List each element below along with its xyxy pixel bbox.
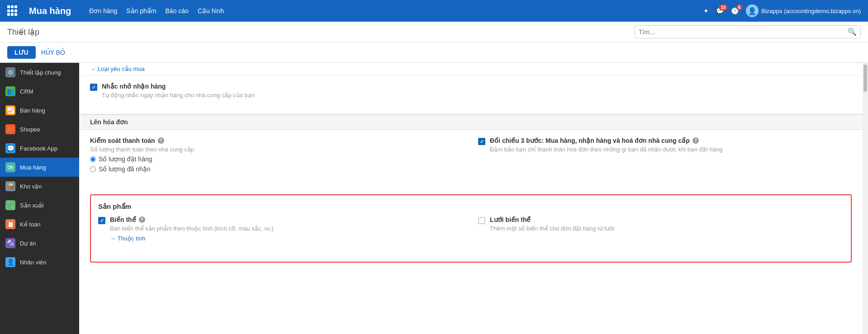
messages-btn[interactable]: 🕐 6 [731,7,739,14]
sidebar-label-thiet-lap-chung: Thiết lập chung [20,69,61,76]
doi-chieu-item: Đối chiếu 3 bước: Mua hàng, nhận hàng và… [478,137,852,173]
actionbar: LƯU HỦY BỎ [0,42,868,63]
sidebar-item-thiet-lap-chung[interactable]: ⚙ Thiết lập chung [0,63,79,82]
subheader: Thiết lập 🔍 [0,22,868,42]
content-area: Loại yêu cầu mua Nhắc nhở nhận hàng Tự đ… [79,63,863,334]
topbar-right: ✦ 💬 10 🕐 6 👤 Bizapps (accountingdemo.biz… [703,5,861,17]
crm-icon: 👥 [5,86,15,96]
kiem-soat-desc: Số lượng thanh toán theo nhà cung cấp [90,146,464,153]
kiem-soat-doi-chieu-row: Kiểm soát thanh toán ? Số lượng thanh to… [90,137,852,173]
cancel-button[interactable]: HỦY BỎ [41,49,65,56]
nhac-nho-section: Nhắc nhở nhận hàng Tự động nhắc ngày nhậ… [79,75,863,114]
radio-so-luong-da-nhan[interactable]: Số lượng đã nhận [90,165,464,173]
sidebar-label-shopee: Shopee [20,126,40,133]
sidebar-label-san-xuat: Sản xuất [20,202,44,209]
shopee-icon: 🛒 [5,124,15,134]
bien-the-item: Biến thể ? Bán biến thể sản phẩm theo th… [98,216,464,247]
ke-toan-icon: 📋 [5,219,15,229]
ban-hang-icon: 📈 [5,105,15,115]
top-link-bar: Loại yêu cầu mua [79,63,863,75]
user-avatar: 👤 [746,5,759,17]
sidebar-item-nhan-vien[interactable]: 👤 Nhân viên [0,253,79,272]
radio-so-luong-da-nhan-input[interactable] [90,166,96,172]
facebook-app-icon: 💬 [5,143,15,153]
bien-the-info-icon[interactable]: ? [139,216,145,223]
search-icon[interactable]: 🔍 [848,28,857,36]
nav-bao-cao[interactable]: Báo cáo [166,7,189,14]
radio-so-luong-dat-hang[interactable]: Số lượng đặt hàng [90,155,464,163]
luoi-bien-the-content: Lưới biến thể Thêm một số biến thể cho đ… [490,216,614,235]
sidebar-label-mua-hang: Mua hàng [20,164,46,171]
topbar: Mua hàng Đơn hàng Sản phẩm Báo cáo Cấu h… [0,0,868,22]
luoi-bien-the-item: Lưới biến thể Thêm một số biến thể cho đ… [478,216,844,247]
san-pham-section-box: Sản phẩm Biến thể ? Bán biến thể sản phẩ… [90,194,852,263]
star-icon-btn[interactable]: ✦ [703,7,709,14]
len-hoa-don-header: Lên hóa đơn [79,114,863,130]
sidebar-item-san-xuat[interactable]: 🔧 Sản xuất [0,196,79,215]
nav-don-hang[interactable]: Đơn hàng [89,7,117,14]
doi-chieu-label: Đối chiếu 3 bước: Mua hàng, nhận hàng và… [490,137,722,144]
kho-van-icon: 📦 [5,181,15,191]
sidebar-item-facebook-app[interactable]: 💬 Facebook App [0,139,79,158]
doi-chieu-desc: Đảm bảo bạn chỉ thanh toán hóa đơn theo … [490,146,722,153]
bien-the-row: Biến thể ? Bán biến thể sản phẩm theo th… [98,216,464,242]
doi-chieu-content: Đối chiếu 3 bước: Mua hàng, nhận hàng và… [490,137,722,155]
sidebar-item-kho-van[interactable]: 📦 Kho vận [0,177,79,196]
nhan-vien-icon: 👤 [5,257,15,267]
sidebar-label-facebook-app: Facebook App [20,145,57,152]
doi-chieu-checkbox[interactable] [478,138,485,145]
nhac-nho-row: Nhắc nhở nhận hàng Tự động nhắc ngày nhậ… [90,83,852,101]
san-xuat-icon: 🔧 [5,200,15,210]
luoi-bien-the-checkbox[interactable] [478,217,485,224]
kiem-soat-label: Kiểm soát thanh toán ? [90,137,464,144]
sidebar-label-kho-van: Kho vận [20,183,42,190]
sidebar-label-crm: CRM [20,88,33,95]
radio-so-luong-dat-hang-input[interactable] [90,156,96,162]
bien-the-content: Biến thể ? Bán biến thể sản phẩm theo th… [110,216,273,242]
nav-cau-hinh[interactable]: Cấu hình [198,7,224,14]
sidebar-item-crm[interactable]: 👥 CRM [0,82,79,101]
sidebar-item-shopee[interactable]: 🛒 Shopee [0,120,79,139]
main-layout: ⚙ Thiết lập chung 👥 CRM 📈 Bán hàng 🛒 Sho… [0,63,868,334]
san-pham-title: Sản phẩm [98,202,844,211]
app-title: Mua hàng [29,6,71,16]
notifications-btn[interactable]: 💬 10 [716,7,724,14]
search-input[interactable] [639,28,848,36]
thiet-lap-chung-icon: ⚙ [5,67,15,77]
luoi-bien-the-label: Lưới biến thể [490,216,614,223]
bien-the-luoi-row: Biến thể ? Bán biến thể sản phẩm theo th… [98,216,844,247]
page-title: Thiết lập [7,27,627,37]
nav-san-pham[interactable]: Sản phẩm [126,7,156,14]
sidebar-label-ban-hang: Bán hàng [20,107,45,114]
thuoc-tinh-link[interactable]: Thuộc tính [110,235,146,242]
bien-the-checkbox[interactable] [98,217,105,224]
sidebar-item-ban-hang[interactable]: 📈 Bán hàng [0,101,79,120]
user-menu[interactable]: 👤 Bizapps (accountingdemo.bizapps.vn) [746,5,861,17]
luoi-bien-the-desc: Thêm một số biến thể cho đơn đặt hàng từ… [490,225,614,232]
save-button[interactable]: LƯU [7,46,36,59]
loai-yeu-cau-mua-link[interactable]: Loại yêu cầu mua [90,66,145,72]
sidebar-item-ke-toan[interactable]: 📋 Kế toán [0,215,79,234]
kiem-soat-info-icon[interactable]: ? [158,137,164,144]
bien-the-label: Biến thể ? [110,216,273,223]
kiem-soat-item: Kiểm soát thanh toán ? Số lượng thanh to… [90,137,464,173]
sidebar-label-ke-toan: Kế toán [20,221,41,228]
doi-chieu-row: Đối chiếu 3 bước: Mua hàng, nhận hàng và… [478,137,852,155]
search-box[interactable]: 🔍 [635,25,861,38]
sidebar: ⚙ Thiết lập chung 👥 CRM 📈 Bán hàng 🛒 Sho… [0,63,79,334]
kiem-soat-radio-group: Số lượng đặt hàng Số lượng đã nhận [90,155,464,173]
scrollbar-track[interactable] [863,63,868,334]
du-an-icon: 🔩 [5,238,15,248]
sidebar-item-du-an[interactable]: 🔩 Dự án [0,234,79,253]
nhac-nho-content: Nhắc nhở nhận hàng Tự động nhắc ngày nhậ… [102,83,255,101]
scrollbar-thumb[interactable] [863,65,867,92]
top-nav: Đơn hàng Sản phẩm Báo cáo Cấu hình [89,7,224,14]
luoi-bien-the-row: Lưới biến thể Thêm một số biến thể cho đ… [478,216,844,235]
nhac-nho-desc: Tự động nhắc ngày nhận hàng cho nhà cung… [102,92,255,99]
bien-the-desc: Bán biến thể sản phẩm theo thuộc tính (k… [110,225,273,232]
nhac-nho-checkbox[interactable] [90,84,97,91]
sidebar-item-mua-hang[interactable]: 🛍 Mua hàng [0,158,79,177]
doi-chieu-info-icon[interactable]: ? [693,137,699,144]
grid-menu-icon[interactable] [7,5,18,16]
user-label: Bizapps (accountingdemo.bizapps.vn) [761,8,861,14]
